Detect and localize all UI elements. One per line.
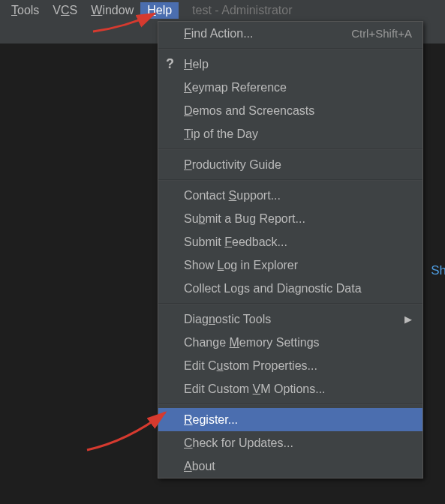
menu-item-contact-support[interactable]: Contact Support... [158, 184, 422, 207]
menu-separator [158, 303, 422, 304]
menubar-item-tools[interactable]: Tools [5, 2, 46, 19]
menu-item-find-action[interactable]: Find Action...Ctrl+Shift+A [158, 22, 422, 45]
menu-item-label: Check for Updates... [184, 436, 293, 450]
menubar-item-vcs[interactable]: VCS [46, 2, 84, 19]
menu-item-register[interactable]: Register... [158, 408, 422, 431]
menu-item-label: Demos and Screencasts [184, 104, 314, 118]
menu-item-help[interactable]: ?Help [158, 52, 422, 76]
menu-item-edit-custom-properties[interactable]: Edit Custom Properties... [158, 354, 422, 377]
menu-item-label: Edit Custom VM Options... [184, 382, 326, 396]
menu-item-collect-logs-and-diagnostic-data[interactable]: Collect Logs and Diagnostic Data [158, 277, 422, 300]
menu-item-label: Contact Support... [184, 189, 281, 202]
help-dropdown-menu: Find Action...Ctrl+Shift+A?HelpKeymap Re… [158, 21, 423, 478]
menu-separator [158, 179, 422, 181]
menu-item-label: Show Log in Explorer [184, 259, 298, 272]
menubar: ToolsVCSWindowHelptest - Administrator [0, 0, 445, 21]
help-icon: ? [166, 56, 174, 72]
menu-item-label: Productivity Guide [184, 158, 281, 172]
menu-item-label: Submit Feedback... [184, 236, 287, 249]
menu-item-label: Collect Logs and Diagnostic Data [184, 282, 362, 296]
menu-separator [158, 148, 422, 150]
menu-item-submit-feedback[interactable]: Submit Feedback... [158, 230, 422, 254]
menu-item-show-log-in-explorer[interactable]: Show Log in Explorer [158, 254, 422, 277]
menu-item-label: Submit a Bug Report... [184, 212, 305, 226]
menu-item-check-for-updates[interactable]: Check for Updates... [158, 431, 422, 454]
menu-item-label: About [184, 460, 215, 473]
menu-item-submit-a-bug-report[interactable]: Submit a Bug Report... [158, 207, 422, 230]
menu-separator [158, 48, 422, 50]
menu-item-tip-of-the-day[interactable]: Tip of the Day [158, 122, 422, 146]
menu-item-label: Diagnostic Tools [184, 313, 271, 326]
menu-item-demos-and-screencasts[interactable]: Demos and Screencasts [158, 99, 422, 122]
menu-item-label: Change Memory Settings [184, 336, 320, 350]
window-title: test - Administrator [192, 4, 292, 17]
menu-item-change-memory-settings[interactable]: Change Memory Settings [158, 331, 422, 354]
menubar-item-help[interactable]: Help [140, 2, 179, 19]
menu-item-edit-custom-vm-options[interactable]: Edit Custom VM Options... [158, 377, 422, 400]
menu-item-shortcut: Ctrl+Shift+A [351, 27, 412, 40]
menu-separator [158, 404, 422, 405]
menu-item-label: Edit Custom Properties... [184, 359, 317, 373]
menu-item-label: Register... [184, 413, 238, 427]
menu-item-about[interactable]: About [158, 454, 422, 478]
chevron-right-icon: ▶ [404, 314, 412, 325]
side-text-partial: Sh [431, 263, 445, 278]
menu-item-diagnostic-tools[interactable]: Diagnostic Tools▶ [158, 308, 422, 331]
menu-item-productivity-guide[interactable]: Productivity Guide [158, 153, 422, 176]
menu-item-label: Find Action... [184, 27, 254, 40]
menu-item-label: Help [184, 58, 209, 71]
menubar-item-window[interactable]: Window [84, 2, 140, 19]
menu-item-keymap-reference[interactable]: Keymap Reference [158, 76, 422, 99]
menu-item-label: Tip of the Day [184, 128, 258, 141]
menu-item-label: Keymap Reference [184, 81, 287, 94]
